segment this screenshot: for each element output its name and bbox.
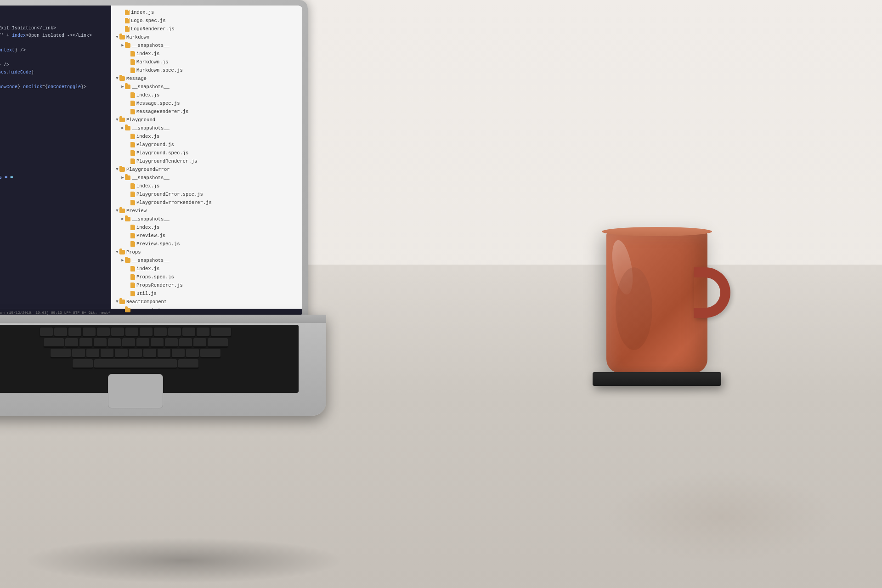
spacer-icon [120,26,125,33]
list-item[interactable]: Preview.spec.js [111,240,302,248]
file-icon [130,101,135,106]
file-name: MessageRenderer.js [136,108,188,115]
list-item[interactable]: util.js [111,289,302,298]
folder-name: ReactComponent [126,299,167,305]
file-name: index.js [136,133,159,140]
expand-arrow-icon: ▼ [115,117,119,124]
file-tree-panel: index.js Logo.spec.js LogoRenderer.js ▼ [111,6,302,316]
list-item[interactable]: ▼ Playground [111,116,302,124]
list-item[interactable]: PlaygroundError.spec.js [111,190,302,198]
laptop: nk>; <name>=> Exit Isolation</Link> <nam… [0,0,340,413]
file-icon [125,10,130,15]
folder-icon [125,126,130,130]
spacer-icon [126,274,130,281]
list-item[interactable]: index.js [111,182,302,190]
list-item[interactable]: index.js [111,91,302,99]
spacer-icon [126,191,130,198]
file-icon [130,266,135,271]
list-item[interactable]: ▼ ReactComponent [111,298,302,306]
keyboard-key [40,328,53,337]
spacer-icon [126,199,130,206]
file-icon [130,92,135,98]
code-line: classes.showCode} onClick={onCodeToggle}… [0,84,111,91]
file-icon [130,183,135,189]
expand-arrow-icon: ▼ [115,299,119,305]
list-item[interactable]: PlaygroundRenderer.js [111,157,302,165]
folder-name: __snapshots__ [132,84,170,90]
keyboard-key [193,338,206,347]
folder-icon [125,258,130,263]
list-item[interactable]: ▼ Props [111,248,302,256]
coffee-scene [560,92,753,413]
folder-icon [119,35,125,40]
file-icon [130,134,135,139]
expand-arrow-icon: ▼ [115,249,119,256]
list-item[interactable]: ▶ __snapshots__ [111,83,302,91]
folder-name: Message [126,75,147,82]
keyboard-key [101,349,113,358]
laptop-lid: nk>; <name>=> Exit Isolation</Link> <nam… [0,0,308,322]
list-item[interactable]: ▶ __snapshots__ [111,41,302,50]
keyboard-key [179,338,192,347]
spacer-icon [126,133,130,140]
list-item[interactable]: Playground.spec.js [111,149,302,157]
list-item[interactable]: PropsRenderer.js [111,281,302,289]
trackpad[interactable] [108,374,163,408]
code-line: <name>=> Exit Isolation</Link> [0,25,111,32]
keyboard-key [73,359,93,368]
folder-icon [125,217,130,221]
list-item[interactable]: Message.spec.js [111,99,302,107]
list-item[interactable]: Props.spec.js [111,273,302,281]
laptop-hinge [0,315,326,323]
expand-arrow-icon: ▶ [120,175,125,181]
list-item[interactable]: index.js [111,8,302,17]
file-name: index.js [136,183,159,190]
file-icon [130,225,135,230]
folder-icon [125,308,130,312]
file-icon [130,158,135,164]
file-name: PlaygroundError.spec.js [136,191,203,198]
keyboard-key [182,328,195,337]
file-icon [130,59,135,65]
folder-name: __snapshots__ [132,175,170,181]
list-item[interactable]: ▶ __snapshots__ [111,124,302,132]
spacer-icon [126,232,130,239]
list-item[interactable]: ▶ __snapshots__ [111,256,302,265]
list-item[interactable]: Preview.js [111,232,302,240]
folder-name: __snapshots__ [132,42,170,49]
list-item[interactable]: Markdown.spec.js [111,66,302,74]
folder-icon [119,300,125,304]
keyboard-key [165,338,178,347]
file-name: index.js [136,92,159,99]
list-item[interactable]: ▶ __snapshots__ [111,215,302,223]
code-line: <name + '/' + index>Open isolated -></Li… [0,32,111,40]
list-item[interactable]: index.js [111,50,302,58]
folder-name: __snapshots__ [132,257,170,264]
keyboard-key [186,349,199,358]
list-item[interactable]: ▶ __snapshots__ [111,174,302,182]
list-item[interactable]: ▼ PlaygroundError [111,165,302,174]
file-name: Logo.spec.js [131,17,166,24]
file-name: PropsRenderer.js [136,282,183,289]
list-item[interactable]: index.js [111,132,302,141]
list-item[interactable]: ▼ Message [111,74,302,83]
list-item[interactable]: ▼ Markdown [111,33,302,41]
file-name: util.js [136,290,157,297]
list-item[interactable]: MessageRenderer.js [111,107,302,116]
cup-coaster [593,372,721,386]
list-item[interactable]: LogoRenderer.js [111,25,302,33]
list-item[interactable]: Logo.spec.js [111,17,302,25]
spacer-icon [126,183,130,190]
list-item[interactable]: Markdown.js [111,58,302,66]
list-item[interactable]: index.js [111,223,302,232]
list-item[interactable]: index.js [111,265,302,273]
list-item[interactable]: Playground.js [111,141,302,149]
spacer-icon [126,224,130,231]
file-name: Playground.spec.js [136,150,188,157]
list-item[interactable]: ▼ Preview [111,207,302,215]
expand-arrow-icon: ▼ [115,75,119,82]
file-icon [125,26,130,32]
file-icon [130,150,135,156]
cup-shadow-reflection [616,267,652,350]
list-item[interactable]: PlaygroundErrorRenderer.js [111,198,302,207]
